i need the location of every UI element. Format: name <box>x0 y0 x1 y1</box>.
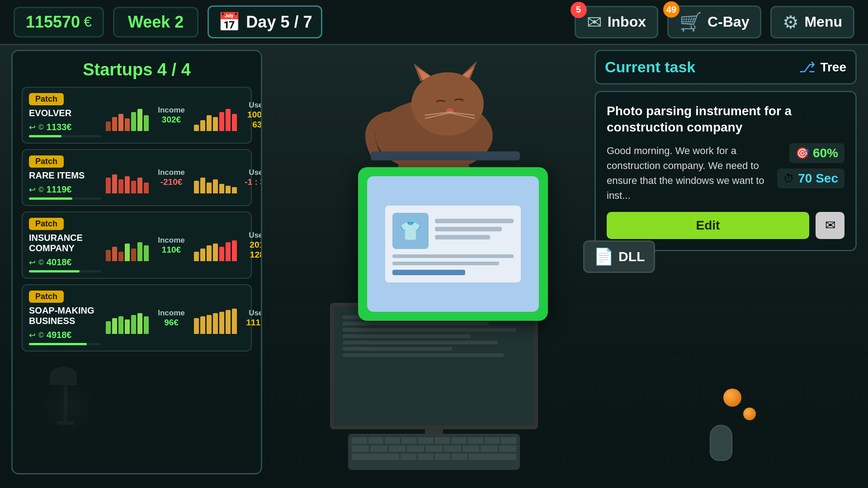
income-label: Income <box>153 168 189 177</box>
startup-progress-bar <box>29 270 101 272</box>
users-value: -1 : 394 <box>241 177 262 187</box>
patch-badge[interactable]: Patch <box>29 155 64 168</box>
currency-symbol: € <box>84 14 92 30</box>
progress-stat: 🎯 60% <box>789 143 844 163</box>
modal-screen: 👕 <box>367 176 539 312</box>
cost-amount: 4918€ <box>47 330 72 340</box>
startup-row: Patch RARE ITEMS ↩ © 1119€ Income -210€ … <box>22 149 252 206</box>
income-value: -210€ <box>153 177 189 187</box>
inbox-button[interactable]: 5 ✉ Inbox <box>575 6 658 38</box>
startup-cost: ↩ © 1119€ <box>29 184 101 195</box>
time-stat: ⏱ 70 Sec <box>777 169 844 188</box>
income-value: 96€ <box>153 318 189 328</box>
income-chart <box>106 162 149 193</box>
income-value: 110€ <box>153 245 189 255</box>
cost-amount: 1119€ <box>47 184 72 195</box>
shirt-icon: 👕 <box>392 213 429 249</box>
startup-name: EVOLVER <box>29 108 101 118</box>
day-text: Day 5 / 7 <box>246 13 312 32</box>
gear-icon: ⚙ <box>783 12 799 33</box>
currency-display: 115570 € <box>14 7 104 38</box>
cost-arrow: ↩ <box>29 330 36 340</box>
cost-coin: © <box>38 258 44 267</box>
current-task-panel: Current task ⎇ Tree Photo parsing instru… <box>594 50 857 474</box>
income-value: 302€ <box>153 115 189 125</box>
startup-row: Patch SOAP-MAKING BUSINESS ↩ © 4918€ Inc… <box>22 284 252 352</box>
inbox-badge: 5 <box>571 2 587 18</box>
cbay-button[interactable]: 49 🛒 C-Bay <box>667 5 761 38</box>
inbox-label: Inbox <box>608 14 646 30</box>
menu-label: Menu <box>804 14 842 30</box>
edit-button[interactable]: Edit <box>607 212 809 239</box>
task-description: Good morning. We work for a construction… <box>607 143 768 203</box>
income-stat: Income 110€ <box>153 236 189 255</box>
cat-decoration <box>226 36 642 181</box>
mail-icon: ✉ <box>825 218 835 233</box>
startup-progress-fill <box>29 343 87 345</box>
patch-badge[interactable]: Patch <box>29 291 64 303</box>
mail-button[interactable]: ✉ <box>816 212 844 239</box>
task-stats: 🎯 60% ⏱ 70 Sec <box>777 143 844 203</box>
users-stat: Users 1001 : 634 <box>241 101 262 130</box>
users-chart <box>194 162 237 193</box>
currency-amount: 115570 <box>26 13 80 32</box>
startup-progress-bar <box>29 197 101 200</box>
cost-coin: © <box>38 331 44 339</box>
tree-label: Tree <box>820 60 846 75</box>
income-stat: Income 302€ <box>153 106 189 125</box>
users-value: 201 : 1282 <box>241 240 262 260</box>
startup-info: Patch EVOLVER ↩ © 1133€ <box>29 93 101 137</box>
modal-background: 👕 <box>358 167 548 321</box>
task-actions: Edit ✉ <box>607 212 844 239</box>
startup-row: Patch INSURANCE COMPANY ↩ © 4018€ Income… <box>22 211 252 279</box>
cbay-icon: 🛒 <box>679 11 702 33</box>
startup-cost: ↩ © 4918€ <box>29 330 101 340</box>
tree-button[interactable]: ⎇ Tree <box>799 59 846 76</box>
startup-info: Patch SOAP-MAKING BUSINESS ↩ © 4918€ <box>29 291 101 345</box>
startup-info: Patch RARE ITEMS ↩ © 1119€ <box>29 155 101 200</box>
cost-arrow: ↩ <box>29 122 36 132</box>
time-icon: ⏱ <box>783 172 794 185</box>
cost-coin: © <box>38 123 44 131</box>
users-label: Users <box>241 168 262 177</box>
users-value: 1001 : 634 <box>241 110 262 130</box>
startups-panel: Startups 4 / 4 Patch EVOLVER ↩ © 1133€ I… <box>11 50 262 474</box>
menu-button[interactable]: ⚙ Menu <box>770 6 854 38</box>
startup-progress-fill <box>29 197 72 200</box>
patch-badge[interactable]: Patch <box>29 218 64 230</box>
startup-info: Patch INSURANCE COMPANY ↩ © 4018€ <box>29 218 101 272</box>
center-modal: 👕 <box>358 167 548 321</box>
day-display: 📅 Day 5 / 7 <box>208 5 322 38</box>
income-label: Income <box>153 236 189 245</box>
dll-button[interactable]: 📄 DLL <box>583 240 655 273</box>
patch-badge[interactable]: Patch <box>29 93 64 105</box>
users-label: Users <box>241 101 262 110</box>
cost-coin: © <box>38 186 44 194</box>
task-header-title: Current task <box>605 58 695 76</box>
progress-value: 60% <box>813 146 838 160</box>
income-stat: Income -210€ <box>153 168 189 187</box>
task-name: Photo parsing instrument for a construct… <box>607 103 844 136</box>
income-stat: Income 96€ <box>153 309 189 328</box>
startup-cost: ↩ © 1133€ <box>29 122 101 132</box>
income-chart <box>106 230 149 261</box>
startup-name: SOAP-MAKING BUSINESS <box>29 305 101 326</box>
users-chart <box>194 302 237 334</box>
users-stat: Users 201 : 1282 <box>241 231 262 260</box>
modal-app-header: 👕 <box>392 213 514 249</box>
task-header: Current task ⎇ Tree <box>594 50 857 84</box>
top-bar: 115570 € Week 2 📅 Day 5 / 7 5 ✉ Inbox 49… <box>0 0 868 45</box>
tree-icon: ⎇ <box>799 59 816 76</box>
cbay-label: C-Bay <box>708 14 749 30</box>
svg-rect-13 <box>371 151 520 160</box>
users-chart <box>194 99 237 131</box>
cost-arrow: ↩ <box>29 258 36 267</box>
cost-arrow: ↩ <box>29 185 36 195</box>
modal-text-lines <box>435 219 514 243</box>
task-description-row: Good morning. We work for a construction… <box>607 143 844 203</box>
startup-progress-bar <box>29 135 101 137</box>
week-display: Week 2 <box>113 7 198 38</box>
calendar-icon: 📅 <box>218 11 241 33</box>
dll-icon: 📄 <box>594 247 614 266</box>
users-label: Users <box>241 231 262 240</box>
